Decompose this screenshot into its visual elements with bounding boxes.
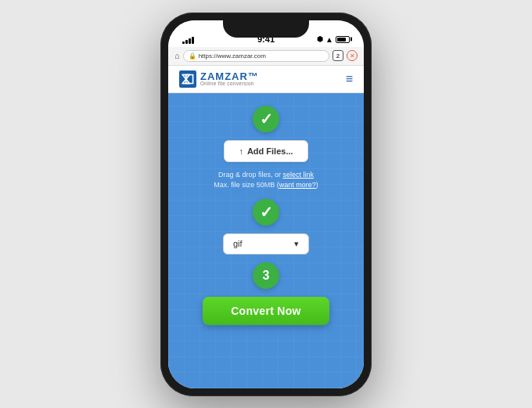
- main-content: ✓ ↑ Add Files... Drag & drop files, or s…: [168, 93, 364, 388]
- step2-checkmark: ✓: [260, 204, 273, 220]
- format-select[interactable]: gif ▾: [223, 233, 309, 255]
- wifi-icon: ▲: [325, 35, 333, 44]
- select-link[interactable]: select link: [283, 171, 315, 179]
- add-files-button[interactable]: ↑ Add Files...: [224, 140, 307, 162]
- lock-icon: 🔒: [189, 52, 196, 60]
- navbar: ZAMZAR™ Online file conversion ≡: [168, 66, 364, 93]
- upload-icon: ↑: [239, 146, 243, 156]
- logo-tagline: Online file conversion: [200, 81, 259, 87]
- browser-url-bar[interactable]: 🔒 https://www.zamzar.com: [183, 50, 329, 62]
- logo-text: ZAMZAR™ Online file conversion: [200, 71, 259, 87]
- logo-name: ZAMZAR™: [200, 71, 259, 81]
- want-more-close: ): [316, 181, 318, 189]
- step1-checkmark: ✓: [260, 111, 273, 127]
- phone-notch: [223, 20, 309, 38]
- phone-frame: 9:41 ⬢ ▲ ⌂ 🔒 https://www.zamzar.com 2: [160, 13, 372, 396]
- browser-bar: ⌂ 🔒 https://www.zamzar.com 2 ✕: [168, 47, 364, 66]
- svg-rect-0: [179, 70, 196, 88]
- logo-icon: [179, 70, 196, 88]
- browser-reload-icon[interactable]: ✕: [347, 50, 358, 61]
- file-help-text: Drag & drop files, or select link Max. f…: [214, 170, 318, 191]
- browser-tab-count[interactable]: 2: [332, 50, 343, 61]
- format-arrow-icon: ▾: [294, 239, 299, 249]
- convert-now-label: Convert Now: [231, 305, 301, 317]
- phone-screen: 9:41 ⬢ ▲ ⌂ 🔒 https://www.zamzar.com 2: [168, 20, 364, 388]
- hamburger-menu-icon[interactable]: ≡: [346, 72, 353, 86]
- battery-icon: [336, 36, 350, 43]
- status-right: ⬢ ▲: [317, 35, 350, 44]
- drag-drop-text: Drag & drop files, or: [218, 171, 281, 179]
- browser-url: https://www.zamzar.com: [199, 52, 266, 60]
- step3-icon: 3: [253, 262, 279, 289]
- browser-home-icon[interactable]: ⌂: [174, 51, 180, 60]
- want-more-link[interactable]: want more?: [279, 181, 316, 189]
- step3-number: 3: [263, 269, 270, 283]
- bluetooth-icon: ⬢: [317, 35, 323, 43]
- max-size-text: Max. file size 50MB (: [214, 181, 279, 189]
- step2-icon: ✓: [253, 199, 279, 226]
- signal-icon: [182, 37, 194, 44]
- format-value: gif: [233, 239, 243, 248]
- step1-icon: ✓: [253, 106, 279, 132]
- logo-area: ZAMZAR™ Online file conversion: [179, 70, 259, 88]
- convert-now-button[interactable]: Convert Now: [203, 297, 329, 325]
- status-left: [182, 37, 198, 44]
- add-files-label: Add Files...: [247, 146, 293, 156]
